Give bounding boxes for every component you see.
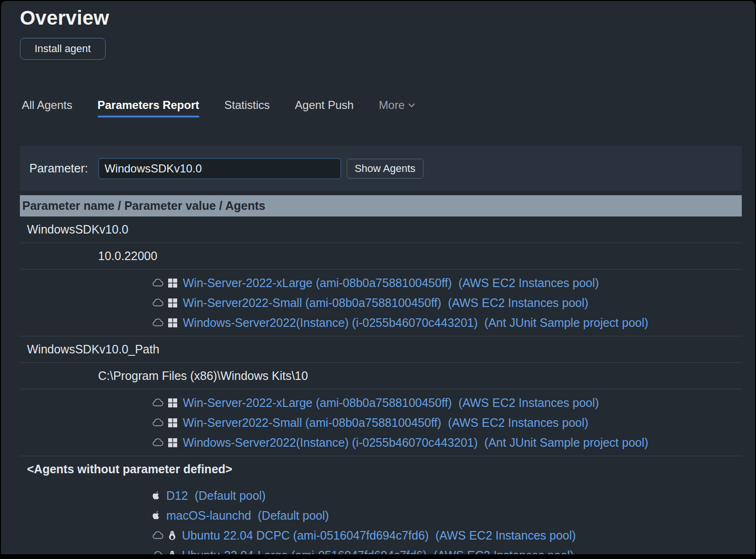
install-agent-button[interactable]: Install agent [20,38,106,60]
agent-row: macOS-launchd(Default pool) [152,505,742,525]
pool-link[interactable]: (Default pool) [195,489,266,503]
parameter-value-row: C:\Program Files (x86)\Windows Kits\10 [20,363,742,389]
cloud-icon [152,318,164,327]
agent-row: Win-Server-2022-xLarge (ami-08b0a7588100… [152,393,742,413]
show-agents-button[interactable]: Show Agents [347,159,423,179]
windows-icon [168,279,177,288]
tab-parameters-report[interactable]: Parameters Report [98,99,199,112]
agent-row: Windows-Server2022(Instance) (i-0255b460… [152,313,742,333]
agent-link[interactable]: Ubuntu-22.04-Large (ami-0516047fd694c7fd… [182,549,427,555]
page-title: Overview [20,7,755,29]
tab-agent-push[interactable]: Agent Push [295,99,354,112]
tab-all-agents[interactable]: All Agents [22,99,72,112]
windows-icon [168,418,177,427]
agent-icons [152,438,177,447]
tab-more-label: More [379,99,405,112]
agent-icons [152,298,177,307]
agent-row: Ubuntu 22.04 DCPC (ami-0516047fd694c7fd6… [152,525,742,545]
agent-icons [152,531,176,541]
windows-icon [168,318,177,327]
parameter-name-row: WindowsSDKv10.0_Path [20,336,742,363]
agent-link[interactable]: Win-Server-2022-xLarge (ami-08b0a7588100… [183,396,452,410]
agents-group: D12(Default pool)macOS-launchd(Default p… [20,482,742,554]
cloud-icon [152,398,164,407]
agent-link[interactable]: Win-Server2022-Small (ami-08b0a758810045… [183,416,441,430]
windows-icon [168,438,177,447]
tab-statistics[interactable]: Statistics [225,99,270,112]
agent-icons [152,550,176,555]
agent-icons [152,510,161,521]
parameter-value-row: 10.0.22000 [20,243,742,270]
chevron-down-icon [408,103,415,108]
pool-link[interactable]: (AWS EC2 Instances pool) [435,529,576,542]
parameter-name-row: WindowsSDKv10.0 [20,216,742,243]
pool-link[interactable]: (AWS EC2 Instances pool) [459,396,599,410]
parameter-input[interactable] [99,158,341,179]
cloud-icon [152,418,164,427]
tabs-bar: All Agents Parameters Report Statistics … [22,99,755,112]
pool-link[interactable]: (AWS EC2 Instances pool) [459,276,599,290]
cloud-icon [152,551,164,554]
agent-icons [152,418,177,427]
agent-icons [152,490,161,501]
cloud-icon [152,279,164,287]
agent-row: Ubuntu-22.04-Large (ami-0516047fd694c7fd… [152,545,742,554]
agent-icons [152,279,177,288]
pool-link[interactable]: (Ant JUnit Sample project pool) [485,436,648,450]
cloud-icon [152,531,164,540]
agent-link[interactable]: Win-Server2022-Small (ami-08b0a758810045… [183,296,441,310]
agents-group: Win-Server-2022-xLarge (ami-08b0a7588100… [20,389,742,456]
pool-link[interactable]: (AWS EC2 Instances pool) [448,296,588,310]
apple-icon [152,490,161,501]
section-row: <Agents without parameter defined> [20,456,742,482]
agents-group: Win-Server-2022-xLarge (ami-08b0a7588100… [20,270,742,336]
pool-link[interactable]: (Default pool) [258,509,329,523]
parameter-label: Parameter: [29,162,88,175]
apple-icon [152,510,161,521]
windows-icon [168,298,177,307]
agent-link[interactable]: macOS-launchd [166,509,251,523]
agent-link[interactable]: D12 [166,489,188,503]
parameters-table-body: WindowsSDKv10.010.0.22000Win-Server-2022… [20,216,742,554]
pool-link[interactable]: (AWS EC2 Instances pool) [448,416,588,430]
agent-row: Windows-Server2022(Instance) (i-0255b460… [152,433,742,452]
agent-row: Win-Server-2022-xLarge (ami-08b0a7588100… [152,273,742,293]
agent-icons [152,318,177,327]
agents-overview-screen: Overview Install agent All Agents Parame… [0,0,756,559]
parameter-filter-panel: Parameter: Show Agents [20,146,742,191]
agents-overview-page: Overview Install agent All Agents Parame… [1,1,755,554]
linux-icon [168,531,176,541]
agent-row: Win-Server2022-Small (ami-08b0a758810045… [152,413,742,433]
table-header: Parameter name / Parameter value / Agent… [20,195,742,216]
agent-link[interactable]: Windows-Server2022(Instance) (i-0255b460… [183,436,478,450]
pool-link[interactable]: (Ant JUnit Sample project pool) [485,316,648,330]
cloud-icon [152,438,164,447]
agent-link[interactable]: Win-Server-2022-xLarge (ami-08b0a7588100… [183,276,452,290]
agent-icons [152,398,177,407]
windows-icon [168,398,177,407]
agent-link[interactable]: Windows-Server2022(Instance) (i-0255b460… [183,316,478,330]
agent-row: Win-Server2022-Small (ami-08b0a758810045… [152,293,742,313]
agent-row: D12(Default pool) [152,486,742,505]
linux-icon [168,550,176,555]
cloud-icon [152,298,164,307]
agent-link[interactable]: Ubuntu 22.04 DCPC (ami-0516047fd694c7fd6… [182,529,429,542]
tab-more[interactable]: More [379,99,415,112]
pool-link[interactable]: (AWS EC2 Instances pool) [433,549,574,555]
